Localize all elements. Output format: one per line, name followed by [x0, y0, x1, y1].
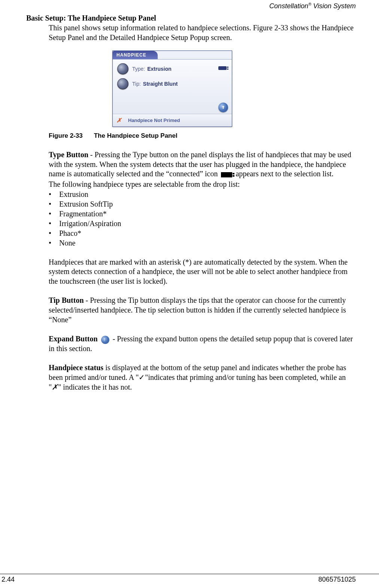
handpiece-type-list: Extrusion Extrusion SoftTip Fragmentatio… [49, 189, 356, 248]
connected-icon [218, 66, 227, 70]
type-value[interactable]: Extrusion [147, 66, 172, 72]
figure-number: Figure 2-33 [49, 132, 83, 139]
asterisk-note: Handpieces that are marked with an aster… [49, 258, 356, 286]
status-text: Handpiece Not Primed [128, 118, 180, 123]
cross-icon: ✗ [52, 383, 58, 391]
type-label: Type: [132, 66, 145, 72]
product-suffix: Vision System [311, 2, 356, 10]
check-icon: ✓ [139, 373, 145, 381]
expand-inline-icon [101, 336, 109, 344]
figure-caption: Figure 2-33The Handpiece Setup Panel [49, 132, 356, 140]
list-item: Irrigation/Aspiration [49, 219, 356, 228]
tip-button-paragraph: Tip Button - Pressing the Tip button dis… [49, 296, 356, 325]
expand-button-lead: Expand Button [49, 335, 98, 343]
list-item: Extrusion SoftTip [49, 199, 356, 209]
handpiece-panel: HANDPIECE Type: Extrusion Tip: Straight … [112, 51, 232, 127]
panel-tab: HANDPIECE [113, 51, 158, 59]
page-footer: 2.44 8065751025 [0, 574, 379, 584]
type-dial-icon[interactable] [117, 63, 128, 74]
list-item: Phaco* [49, 228, 356, 238]
list-item: Extrusion [49, 189, 356, 199]
type-button-text-b: appears next to the selection list. [234, 170, 333, 178]
status-text-c: " indicates the it has not. [58, 383, 132, 391]
doc-number: 8065751025 [318, 576, 356, 584]
list-item: None [49, 238, 356, 248]
tip-dial-icon[interactable] [117, 78, 128, 89]
expand-button-paragraph: Expand Button - Pressing the expand butt… [49, 334, 356, 353]
tip-value[interactable]: Straight Blunt [143, 81, 178, 87]
list-item: Fragmentation* [49, 209, 356, 219]
type-button-lead: Type Button [49, 150, 88, 159]
intro-paragraph: This panel shows setup information relat… [49, 23, 356, 42]
expand-button[interactable] [218, 103, 228, 112]
arrow-up-icon [221, 105, 226, 110]
page-number: 2.44 [1, 576, 15, 584]
page-header: Constellation® Vision System [26, 2, 356, 10]
product-name: Constellation [269, 2, 308, 10]
tip-label: Tip: [132, 81, 141, 87]
type-list-intro: The following handpiece types are select… [49, 180, 356, 189]
status-lead: Handpiece status [49, 363, 103, 372]
status-bar: ✗ Handpiece Not Primed [113, 114, 232, 127]
tip-button-lead: Tip Button [49, 296, 84, 304]
status-paragraph: Handpiece status is displayed at the bot… [49, 363, 356, 392]
figure-title: The Handpiece Setup Panel [94, 132, 178, 139]
type-button-paragraph: Type Button - Pressing the Type button o… [49, 150, 356, 179]
section-title: Basic Setup: The Handpiece Setup Panel [26, 14, 356, 22]
tip-button-text: - Pressing the Tip button displays the t… [49, 296, 346, 323]
connected-inline-icon [221, 172, 232, 177]
x-icon: ✗ [116, 117, 121, 124]
